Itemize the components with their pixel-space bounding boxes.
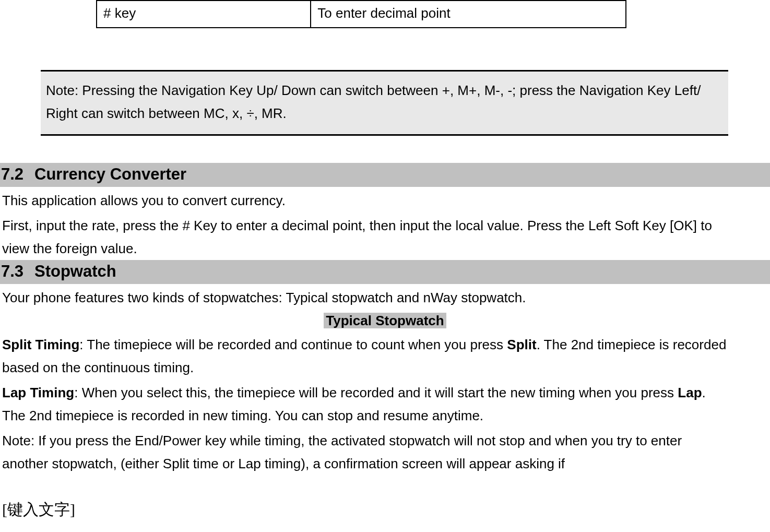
note-box: Note: Pressing the Navigation Key Up/ Do… xyxy=(41,70,728,136)
document-page: # key To enter decimal point Note: Press… xyxy=(0,0,770,532)
heading-number: 7.3 xyxy=(0,261,34,282)
paragraph-lap-timing: Lap Timing: When you select this, the ti… xyxy=(0,379,770,427)
table-row: # key To enter decimal point xyxy=(97,1,626,28)
cell-desc: To enter decimal point xyxy=(311,1,626,28)
cell-key: # key xyxy=(97,1,311,28)
paragraph: First, input the rate, press the # Key t… xyxy=(0,212,770,260)
subheading-typical-stopwatch: Typical Stopwatch xyxy=(0,310,770,331)
text: : The timepiece will be recorded and con… xyxy=(79,337,507,352)
label-split: Split xyxy=(507,337,536,352)
paragraph: This application allows you to convert c… xyxy=(0,187,770,212)
heading-stopwatch: 7.3 Stopwatch xyxy=(0,260,770,284)
heading-number: 7.2 xyxy=(0,164,34,185)
paragraph-split-timing: Split Timing: The timepiece will be reco… xyxy=(0,331,770,379)
heading-currency-converter: 7.2 Currency Converter xyxy=(0,163,770,187)
label-lap: Lap xyxy=(678,385,702,400)
paragraph: Your phone features two kinds of stopwat… xyxy=(0,284,770,309)
text: : When you select this, the timepiece wi… xyxy=(74,385,678,400)
subheading-label: Typical Stopwatch xyxy=(324,313,446,328)
footer-placeholder: [键入文字] xyxy=(2,499,75,521)
paragraph-note: Note: If you press the End/Power key whi… xyxy=(0,427,770,475)
key-table: # key To enter decimal point xyxy=(96,0,626,28)
heading-title: Stopwatch xyxy=(34,261,116,282)
heading-title: Currency Converter xyxy=(34,164,186,185)
label-split-timing: Split Timing xyxy=(2,337,79,352)
label-lap-timing: Lap Timing xyxy=(2,385,74,400)
